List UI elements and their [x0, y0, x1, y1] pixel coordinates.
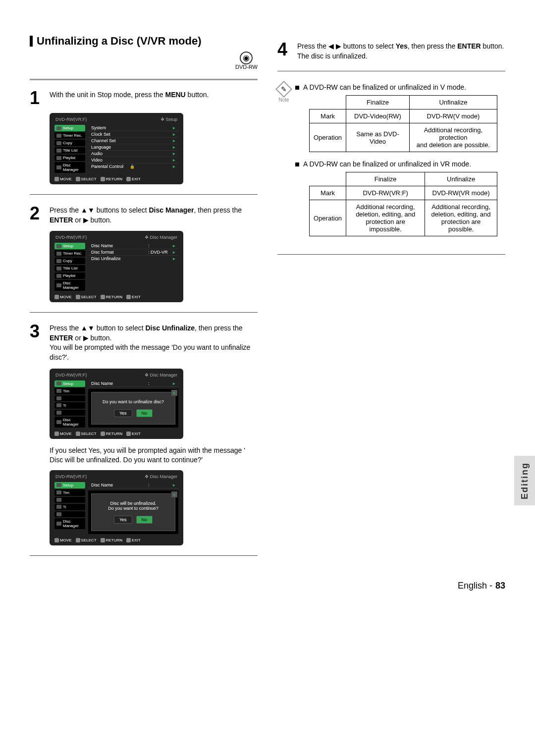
table-cell: Mark	[310, 186, 346, 200]
footer-page-number: 83	[495, 581, 505, 591]
note-block: ✎ Note A DVD-RW can be finalized or unfi…	[277, 81, 505, 244]
table-cell: DVD-RW(V mode)	[409, 109, 497, 123]
osd-sidebar: Setup Timer Rec. Copy Title List Playlis…	[54, 125, 85, 173]
osd-dialog: Disc will be unfinalized. Do you want to…	[91, 493, 175, 531]
yes-button[interactable]: Yes	[114, 516, 132, 524]
step-text: With the unit in Stop mode, press the ME…	[50, 89, 209, 107]
osd-title: DVD-RW(VR:F)	[55, 474, 87, 479]
page-footer: English - 83	[30, 581, 505, 591]
osd-sidebar: Setup Timer Rec. Copy Title List Playlis…	[54, 243, 85, 291]
title-bar	[30, 36, 33, 47]
step-text: Press the ▲▼ buttons to select Disc Mana…	[50, 205, 258, 225]
vr-mode-table: Finalize Unfinalize Mark DVD-RW(VR:F) DV…	[309, 172, 497, 236]
intermediate-text: If you select Yes, you will be prompted …	[50, 446, 258, 465]
table-header: Finalize	[346, 172, 425, 186]
disc-type-label: DVD-RW	[235, 64, 258, 70]
divider	[277, 254, 505, 255]
osd-footer: MOVE SELECT RETURN EXIT	[54, 294, 178, 300]
table-cell: Additional recording, protection and del…	[409, 123, 497, 152]
bullet-item: A DVD-RW can be finalized or unfinalized…	[295, 83, 505, 91]
chapter-tab: Editing	[514, 456, 535, 505]
table-header: Unfinalize	[425, 172, 497, 186]
table-cell: Operation	[310, 123, 346, 152]
section-title: Unfinalizing a Disc (V/VR mode)	[30, 35, 258, 48]
osd-title: DVD-RW(VR:F)	[55, 373, 87, 378]
yes-button[interactable]: Yes	[114, 409, 132, 417]
divider	[30, 312, 258, 313]
bullet-item: A DVD-RW can be finalized or unfinalized…	[295, 160, 505, 168]
osd-dialog: Do you want to unfinalize disc? Yes No	[91, 392, 175, 425]
osd-sidebar: Setup Tim Ti Disc Manager	[54, 482, 85, 534]
step-number: 3	[30, 323, 45, 362]
step-1: 1 With the unit in Stop mode, press the …	[30, 89, 258, 107]
osd-breadcrumb: ❖ Disc Manager	[145, 474, 177, 479]
table-cell: DVD-Video(RW)	[346, 109, 410, 123]
step-4: 4 Press the ◀ ▶ buttons to select Yes, t…	[277, 41, 505, 61]
note-text: A DVD-RW can be finalized or unfinalized…	[303, 160, 471, 168]
osd-title: DVD-RW(VR:F)	[55, 117, 87, 122]
step-3: 3 Press the ▲▼ button to select Disc Unf…	[30, 323, 258, 362]
osd-screenshot-setup: DVD-RW(VR:F) ❖ Setup Setup Timer Rec. Co…	[50, 113, 183, 184]
osd-menu-list: System▸ Clock Set▸ Channel Set▸ Language…	[88, 125, 178, 173]
chapter-tab-label: Editing	[520, 462, 530, 499]
no-button[interactable]: No	[136, 516, 153, 524]
osd-footer: MOVE SELECT RETURN EXIT	[54, 537, 178, 543]
table-cell: DVD-RW(VR mode)	[425, 186, 497, 200]
step-number: 2	[30, 205, 45, 225]
osd-footer: MOVE SELECT RETURN EXIT	[54, 176, 178, 182]
no-button[interactable]: No	[136, 409, 153, 417]
dialog-message: Disc will be unfinalized.	[102, 501, 165, 506]
note-icon: ✎	[275, 81, 292, 98]
lock-icon: 🔒	[130, 164, 135, 169]
step-number: 1	[30, 89, 45, 107]
divider	[30, 194, 258, 195]
osd-title: DVD-RW(VR:F)	[55, 235, 87, 240]
bullet-icon	[295, 162, 299, 166]
section-title-text: Unfinalizing a Disc (V/VR mode)	[37, 35, 201, 48]
divider	[277, 71, 505, 71]
divider	[30, 79, 258, 80]
table-cell: Same as DVD-Video	[346, 123, 410, 152]
v-mode-table: Finalize Unfinalize Mark DVD-Video(RW) D…	[309, 95, 497, 152]
osd-screenshot-unfinalize-prompt: DVD-RW(VR:F) ❖ Disc Manager Setup Tim Ti…	[50, 369, 183, 439]
disc-type-icon: ◉ DVD-RW	[235, 52, 258, 70]
dialog-message: Do you want to continue?	[102, 506, 165, 511]
table-cell: Operation	[310, 200, 346, 236]
table-cell: Additional recording, deletion, editing,…	[425, 200, 497, 236]
note-text: A DVD-RW can be finalized or unfinalized…	[303, 83, 466, 91]
table-header: Unfinalize	[409, 96, 497, 109]
table-cell: Additional recording, deletion, editing,…	[346, 200, 425, 236]
bullet-icon	[295, 86, 299, 90]
osd-footer: MOVE SELECT RETURN EXIT	[54, 431, 178, 437]
osd-screenshot-continue-prompt: DVD-RW(VR:F) ❖ Disc Manager Setup Tim Ti…	[50, 470, 183, 545]
osd-breadcrumb: ❖ Disc Manager	[145, 373, 177, 378]
step-text: Press the ◀ ▶ buttons to select Yes, the…	[297, 41, 504, 61]
note-label: Note	[277, 97, 290, 103]
osd-screenshot-disc-manager: DVD-RW(VR:F) ❖ Disc Manager Setup Timer …	[50, 231, 183, 302]
table-cell: Mark	[310, 109, 346, 123]
step-text: Press the ▲▼ button to select Disc Unfin…	[50, 323, 258, 362]
table-header: Finalize	[346, 96, 410, 109]
step-2: 2 Press the ▲▼ buttons to select Disc Ma…	[30, 205, 258, 225]
osd-breadcrumb: ❖ Setup	[160, 117, 177, 122]
osd-menu-list: Disc Name:▸ Disc format: DVD-VR▸ Disc Un…	[88, 243, 178, 291]
divider	[30, 555, 258, 556]
step-number: 4	[277, 41, 292, 61]
osd-breadcrumb: ❖ Disc Manager	[145, 235, 177, 240]
dialog-message: Do you want to unfinalize disc?	[102, 399, 165, 404]
footer-language: English -	[458, 581, 492, 591]
table-cell: DVD-RW(VR:F)	[346, 186, 425, 200]
osd-sidebar: Setup Tim Ti Disc Manager	[54, 380, 85, 428]
